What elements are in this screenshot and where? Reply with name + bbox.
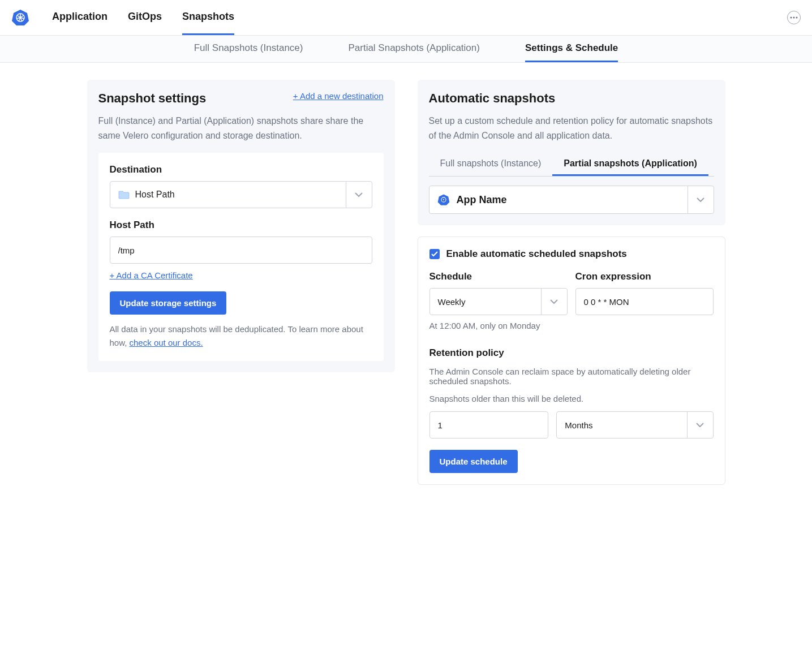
hostpath-input[interactable] xyxy=(110,237,372,264)
add-ca-link[interactable]: + Add a CA Certificate xyxy=(110,270,193,280)
automatic-snapshots-panel: Automatic snapshots Set up a custom sche… xyxy=(418,80,725,225)
subtab-partial-snapshots[interactable]: Partial Snapshots (Application) xyxy=(348,36,479,62)
sub-nav: Full Snapshots (Instance) Partial Snapsh… xyxy=(0,36,812,63)
kubernetes-logo-icon xyxy=(11,8,29,27)
snapshot-settings-description: Full (Instance) and Partial (Application… xyxy=(98,114,384,143)
retention-desc: The Admin Console can reclaim space by a… xyxy=(429,367,714,386)
top-nav: Application GitOps Snapshots xyxy=(0,0,812,36)
dedup-helper: All data in your snapshots will be dedup… xyxy=(110,323,372,350)
kubernetes-app-icon xyxy=(437,194,450,206)
retention-unit-select[interactable]: Months xyxy=(556,411,713,439)
subtab-settings-schedule[interactable]: Settings & Schedule xyxy=(525,36,618,62)
cron-hint: At 12:00 AM, only on Monday xyxy=(429,321,568,330)
destination-value: Host Path xyxy=(135,190,175,200)
update-storage-button[interactable]: Update storage settings xyxy=(110,291,227,315)
tab-gitops[interactable]: GitOps xyxy=(128,0,162,35)
chevron-down-icon xyxy=(696,423,704,427)
folder-icon xyxy=(118,190,130,199)
retention-value-input[interactable] xyxy=(429,411,549,439)
svg-point-15 xyxy=(442,199,444,200)
automatic-snapshots-description: Set up a custom schedule and retention p… xyxy=(429,114,714,143)
schedule-panel: Enable automatic scheduled snapshots Sch… xyxy=(418,237,725,485)
app-name-value: App Name xyxy=(457,194,507,206)
schedule-select[interactable]: Weekly xyxy=(429,288,568,315)
svg-point-10 xyxy=(790,17,792,19)
snapshot-settings-title: Snapshot settings xyxy=(98,91,207,106)
check-icon xyxy=(431,251,438,257)
enable-snapshots-label: Enable automatic scheduled snapshots xyxy=(446,248,627,260)
chevron-down-icon xyxy=(697,197,704,202)
schedule-label: Schedule xyxy=(429,271,568,282)
enable-snapshots-checkbox[interactable] xyxy=(429,249,440,259)
dots-icon xyxy=(790,16,798,19)
retention-unit-value: Months xyxy=(565,420,592,430)
destination-select[interactable]: Host Path xyxy=(110,181,372,208)
snapshot-type-tabs: Full snapshots (Instance) Partial snapsh… xyxy=(429,153,714,177)
snapshot-settings-panel: Snapshot settings + Add a new destinatio… xyxy=(87,80,395,372)
inner-tab-full[interactable]: Full snapshots (Instance) xyxy=(429,153,553,176)
content: Snapshot settings + Add a new destinatio… xyxy=(67,63,746,502)
tab-application[interactable]: Application xyxy=(52,0,108,35)
app-select[interactable]: App Name xyxy=(429,186,714,214)
chevron-down-icon xyxy=(550,299,558,304)
retention-hint: Snapshots older than this will be delete… xyxy=(429,394,714,403)
destination-label: Destination xyxy=(110,164,372,175)
chevron-down-icon xyxy=(355,192,363,197)
schedule-value: Weekly xyxy=(438,297,466,307)
svg-point-12 xyxy=(796,17,798,19)
inner-tab-partial[interactable]: Partial snapshots (Application) xyxy=(552,153,708,176)
cron-label: Cron expression xyxy=(575,271,714,282)
more-menu-button[interactable] xyxy=(787,11,801,24)
update-schedule-button[interactable]: Update schedule xyxy=(429,450,518,473)
cron-input[interactable] xyxy=(575,288,714,315)
docs-link[interactable]: check out our docs. xyxy=(130,338,203,347)
tab-snapshots[interactable]: Snapshots xyxy=(182,0,234,35)
left-column: Snapshot settings + Add a new destinatio… xyxy=(87,80,395,485)
subtab-full-snapshots[interactable]: Full Snapshots (Instance) xyxy=(194,36,303,62)
hostpath-label: Host Path xyxy=(110,220,372,231)
add-destination-link[interactable]: + Add a new destination xyxy=(293,91,384,101)
right-column: Automatic snapshots Set up a custom sche… xyxy=(418,80,725,485)
automatic-snapshots-title: Automatic snapshots xyxy=(429,91,714,106)
destination-card: Destination Host Path Host Path xyxy=(98,153,384,361)
svg-point-11 xyxy=(793,17,795,19)
retention-title: Retention policy xyxy=(429,347,714,359)
